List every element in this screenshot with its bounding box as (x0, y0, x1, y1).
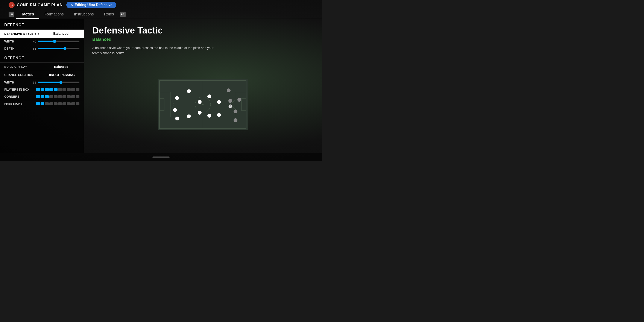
seg-block (76, 95, 80, 98)
seg-block (36, 95, 40, 98)
arrow-controls: ◄ ► (34, 32, 40, 36)
depth-thumb (63, 47, 66, 50)
off-width-fill (38, 82, 61, 83)
corners-track (36, 95, 80, 98)
svg-point-22 (234, 110, 238, 113)
chance-creation-value: DIRECT PASSING (43, 73, 80, 77)
svg-point-11 (175, 116, 179, 120)
chance-creation-label: CHANCE CREATION (4, 73, 43, 77)
seg-block (71, 95, 75, 98)
tactic-subtitle: Balanced (92, 37, 314, 42)
seg-block (67, 88, 71, 91)
seg-block (62, 88, 66, 91)
seg-block (58, 102, 62, 105)
seg-block (71, 102, 75, 105)
depth-slider[interactable] (38, 48, 80, 49)
seg-block (45, 102, 49, 105)
left-panel: DEFENCE DEFENSIVE STYLE ◄ ► Balanced WID… (0, 19, 84, 153)
width-slider[interactable] (38, 40, 80, 42)
content-area: DEFENCE DEFENSIVE STYLE ◄ ► Balanced WID… (0, 19, 322, 153)
offence-width-row[interactable]: WIDTH 55 (0, 79, 84, 86)
b-button-icon: B (8, 2, 14, 8)
seg-block (54, 102, 58, 105)
seg-block (49, 88, 53, 91)
editing-label: Editing Ultra Defensive (75, 3, 112, 7)
svg-point-17 (207, 114, 211, 118)
seg-block (54, 88, 58, 91)
confirm-game-plan-button[interactable]: B CONFIRM GAME PLAN (8, 2, 63, 8)
seg-block (54, 95, 58, 98)
tactic-description: A balanced style where your team presses… (92, 45, 217, 56)
free-kicks-track (36, 102, 80, 105)
confirm-label: CONFIRM GAME PLAN (17, 3, 63, 7)
depth-value: 65 (30, 47, 36, 50)
defence-header: DEFENCE (0, 19, 84, 30)
svg-point-15 (198, 111, 202, 115)
tab-instructions[interactable]: Instructions (69, 10, 99, 19)
svg-point-10 (175, 96, 179, 100)
arrow-left-icon: ◄ (34, 32, 36, 36)
seg-block (58, 95, 62, 98)
svg-point-13 (187, 114, 191, 118)
bottom-bar (0, 153, 322, 161)
lb-button[interactable]: LB (8, 12, 14, 17)
seg-block (58, 88, 62, 91)
build-up-value: Balanced (43, 65, 80, 68)
svg-point-24 (234, 118, 238, 122)
seg-block (49, 102, 53, 105)
build-up-play-row[interactable]: BUILD UP PLAY Balanced (0, 62, 84, 71)
seg-block (76, 88, 80, 91)
tab-tactics[interactable]: Tactics (16, 10, 39, 19)
tab-formations[interactable]: Formations (39, 10, 69, 19)
rb-button[interactable]: RB (120, 12, 126, 17)
chance-creation-row[interactable]: CHANCE CREATION DIRECT PASSING (0, 71, 84, 79)
defence-width-row[interactable]: WIDTH 40 (0, 38, 84, 45)
seg-block (49, 95, 53, 98)
svg-point-9 (173, 108, 177, 112)
seg-block (71, 88, 75, 91)
tactic-title: Defensive Tactic (92, 25, 314, 36)
pitch-container (92, 62, 314, 147)
seg-block (67, 102, 71, 105)
free-kicks-label: FREE KICKS (4, 102, 36, 106)
width-thumb (53, 40, 56, 43)
depth-label: DEPTH (4, 47, 30, 50)
nav-tabs: LB Tactics Formations Instructions Roles… (0, 10, 322, 19)
pitch-diagram (158, 79, 248, 130)
defensive-style-label: DEFENSIVE STYLE (4, 32, 34, 36)
edit-icon: ✎ (70, 3, 73, 7)
svg-point-21 (228, 99, 232, 103)
seg-block (76, 102, 80, 105)
seg-block (40, 102, 44, 105)
off-width-slider[interactable] (38, 82, 80, 83)
seg-block (36, 102, 40, 105)
corners-label: CORNERS (4, 95, 36, 98)
seg-block (45, 95, 49, 98)
defensive-style-value: Balanced (42, 32, 80, 36)
off-width-value: 55 (30, 81, 36, 84)
svg-point-20 (227, 88, 230, 92)
depth-row[interactable]: DEPTH 65 (0, 45, 84, 52)
arrow-right-icon: ► (37, 32, 40, 36)
svg-point-23 (238, 98, 241, 102)
seg-block (67, 95, 71, 98)
tab-roles[interactable]: Roles (99, 10, 119, 19)
seg-block (62, 95, 66, 98)
seg-block (36, 88, 40, 91)
svg-point-19 (217, 113, 221, 117)
free-kicks-row[interactable]: FREE KICKS (0, 100, 84, 107)
seg-block (45, 88, 49, 91)
svg-point-4 (202, 104, 204, 105)
seg-block (40, 88, 44, 91)
editing-badge: ✎ Editing Ultra Defensive (66, 2, 116, 8)
width-value: 40 (30, 40, 36, 43)
top-bar: B CONFIRM GAME PLAN ✎ Editing Ultra Defe… (0, 0, 322, 10)
corners-row[interactable]: CORNERS (0, 93, 84, 100)
seg-block (62, 102, 66, 105)
players-in-box-track (36, 88, 80, 91)
depth-fill (38, 48, 65, 49)
players-in-box-row[interactable]: PLAYERS IN BOX (0, 86, 84, 93)
bottom-indicator (152, 156, 170, 158)
defensive-style-row[interactable]: DEFENSIVE STYLE ◄ ► Balanced (0, 30, 84, 38)
right-panel: Defensive Tactic Balanced A balanced sty… (84, 19, 322, 153)
